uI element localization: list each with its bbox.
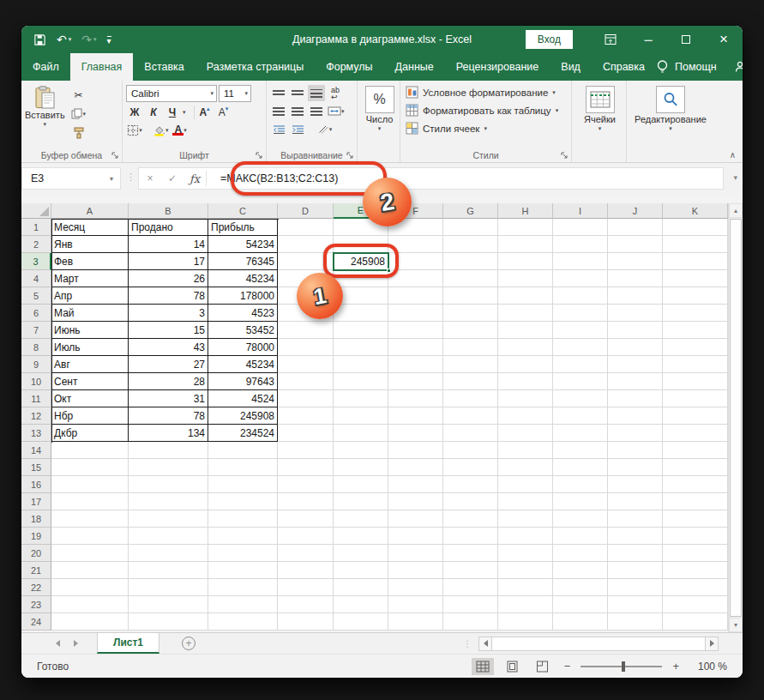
cell-I22[interactable] — [553, 579, 608, 596]
cell-J7[interactable] — [608, 322, 663, 339]
row-header-13[interactable]: 13 — [21, 425, 51, 442]
cell-A14[interactable] — [51, 442, 129, 459]
cell-A21[interactable] — [51, 562, 129, 579]
cell-K12[interactable] — [663, 407, 728, 425]
cell-A5[interactable]: Апр — [51, 287, 129, 305]
cell-C21[interactable] — [208, 562, 278, 579]
cell-E7[interactable] — [334, 322, 388, 339]
cell-G8[interactable] — [443, 339, 498, 356]
cell-A18[interactable] — [51, 510, 129, 528]
cell-D16[interactable] — [278, 476, 334, 493]
cell-F19[interactable] — [388, 528, 443, 545]
cell-E8[interactable] — [334, 339, 388, 356]
row-header-6[interactable]: 6 — [21, 305, 51, 322]
cell-F18[interactable] — [388, 510, 443, 528]
cell-F9[interactable] — [388, 356, 443, 373]
align-center-button[interactable] — [289, 103, 306, 119]
cell-C3[interactable]: 76345 — [208, 253, 278, 270]
cell-D11[interactable] — [278, 390, 334, 407]
cell-H23[interactable] — [498, 596, 553, 613]
tab-splitter-icon[interactable]: ⋮ — [463, 639, 478, 649]
row-header-16[interactable]: 16 — [21, 476, 51, 493]
help-assistant-label[interactable]: Помощн — [675, 61, 717, 73]
ribbon-tab-file[interactable]: Файл — [21, 53, 70, 81]
cell-A20[interactable] — [51, 545, 129, 562]
cell-C12[interactable]: 245908 — [208, 407, 278, 425]
cell-C19[interactable] — [208, 528, 278, 545]
ribbon-tab-вставка[interactable]: Вставка — [133, 53, 195, 81]
cell-G6[interactable] — [443, 305, 498, 322]
cell-J18[interactable] — [608, 510, 663, 528]
cell-K19[interactable] — [663, 528, 728, 545]
cell-C22[interactable] — [208, 579, 278, 596]
cell-H10[interactable] — [498, 373, 553, 390]
font-name-combo[interactable]: Calibri▾ — [126, 85, 217, 102]
cell-E20[interactable] — [334, 545, 388, 562]
cell-B11[interactable]: 31 — [129, 390, 208, 407]
cell-styles-button[interactable]: Стили ячеек ▾ — [406, 119, 569, 137]
cell-H20[interactable] — [498, 545, 553, 562]
cell-F13[interactable] — [388, 425, 443, 442]
copy-button[interactable]: ▾ — [70, 106, 87, 122]
cell-G19[interactable] — [443, 528, 498, 545]
row-header-22[interactable]: 22 — [21, 579, 51, 596]
cell-H24[interactable] — [498, 613, 553, 631]
row-header-24[interactable]: 24 — [21, 613, 51, 631]
cell-F24[interactable] — [388, 613, 443, 631]
cell-G24[interactable] — [443, 613, 498, 631]
cell-E16[interactable] — [334, 476, 388, 493]
normal-view-button[interactable] — [472, 658, 494, 675]
cell-K3[interactable] — [663, 253, 728, 270]
column-header-B[interactable]: B — [129, 203, 208, 219]
cell-A16[interactable] — [51, 476, 129, 493]
cell-G12[interactable] — [443, 407, 498, 425]
customize-qat-button[interactable]: ▾ — [107, 36, 111, 44]
cell-D4[interactable] — [278, 270, 334, 287]
cell-E14[interactable] — [334, 442, 388, 459]
borders-dropdown-icon[interactable]: ▾ — [139, 127, 142, 134]
column-header-I[interactable]: I — [553, 203, 608, 219]
page-break-view-button[interactable] — [532, 658, 554, 675]
cell-K8[interactable] — [663, 339, 728, 356]
cell-F20[interactable] — [388, 545, 443, 562]
styles-dialog-launcher[interactable] — [560, 151, 568, 160]
cell-A11[interactable]: Окт — [51, 390, 129, 407]
cell-B22[interactable] — [129, 579, 208, 596]
font-color-dropdown-icon[interactable]: ▾ — [183, 127, 187, 134]
cell-G11[interactable] — [443, 390, 498, 407]
cell-B5[interactable]: 78 — [129, 287, 208, 305]
row-header-17[interactable]: 17 — [21, 493, 51, 510]
cell-C13[interactable]: 234524 — [208, 425, 278, 442]
cell-K9[interactable] — [663, 356, 728, 373]
align-right-button[interactable] — [308, 103, 325, 119]
cell-C1[interactable]: Прибыль — [208, 219, 278, 236]
cell-H3[interactable] — [498, 253, 553, 270]
column-header-A[interactable]: A — [51, 203, 129, 219]
cell-I13[interactable] — [553, 425, 608, 442]
ribbon-tab-вид[interactable]: Вид — [550, 53, 592, 81]
column-header-J[interactable]: J — [608, 203, 663, 219]
cell-I15[interactable] — [553, 459, 608, 476]
cell-H16[interactable] — [498, 476, 553, 493]
cell-G2[interactable] — [443, 236, 498, 253]
cell-I9[interactable] — [553, 356, 608, 373]
column-header-C[interactable]: C — [208, 203, 278, 219]
cell-K4[interactable] — [663, 270, 728, 287]
cell-I18[interactable] — [553, 510, 608, 528]
cell-J19[interactable] — [608, 528, 663, 545]
cell-G15[interactable] — [443, 459, 498, 476]
cell-K14[interactable] — [663, 442, 728, 459]
cell-J17[interactable] — [608, 493, 663, 510]
cell-I2[interactable] — [553, 236, 608, 253]
cell-J12[interactable] — [608, 407, 663, 425]
cell-H9[interactable] — [498, 356, 553, 373]
redo-dropdown-icon[interactable]: ▾ — [93, 36, 97, 43]
cell-G21[interactable] — [443, 562, 498, 579]
cell-G7[interactable] — [443, 322, 498, 339]
cell-K5[interactable] — [663, 287, 728, 305]
name-box[interactable]: E3 ▾ — [21, 167, 121, 190]
align-left-button[interactable] — [270, 103, 287, 119]
cell-D12[interactable] — [278, 407, 334, 425]
sign-in-button[interactable]: Вход — [526, 30, 573, 49]
row-header-2[interactable]: 2 — [21, 236, 51, 253]
